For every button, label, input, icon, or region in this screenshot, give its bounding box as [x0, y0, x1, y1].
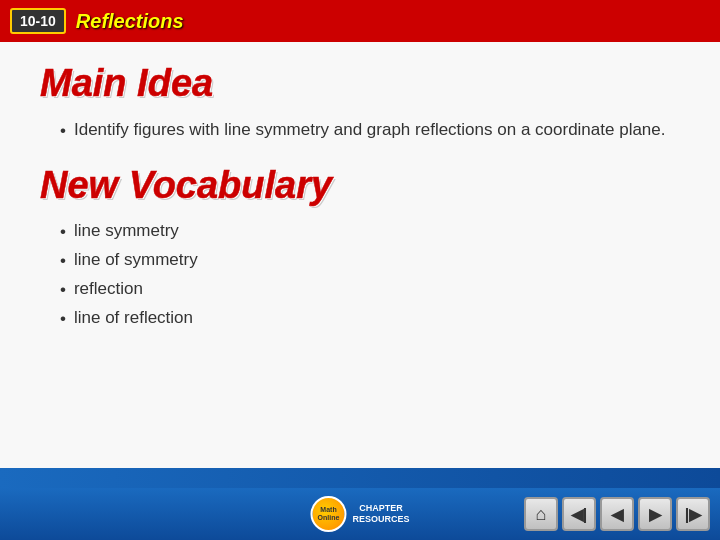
vocab-term-3: reflection [74, 279, 143, 299]
bottom-logo: MathOnline Chapter RESOURCES [310, 496, 409, 532]
vocab-item-2: • line of symmetry [60, 250, 680, 271]
vocab-item-3: • reflection [60, 279, 680, 300]
vocab-bullet-4: • [60, 309, 66, 329]
vocab-term-1: line symmetry [74, 221, 179, 241]
forward-end-icon: |▶ [685, 505, 701, 524]
bullet-dot: • [60, 118, 66, 144]
header-bar: 10-10 Reflections [0, 0, 720, 42]
main-idea-content: • Identify figures with line symmetry an… [60, 117, 680, 144]
main-idea-text: Identify figures with line symmetry and … [74, 117, 666, 143]
forward-end-button[interactable]: |▶ [676, 497, 710, 531]
main-idea-heading: Main Idea [40, 62, 680, 105]
back-start-icon: ◀| [571, 505, 587, 524]
vocab-term-2: line of symmetry [74, 250, 198, 270]
bottom-nav-bar: MathOnline Chapter RESOURCES ⌂ ◀| ◀ ▶ |▶ [0, 488, 720, 540]
home-button[interactable]: ⌂ [524, 497, 558, 531]
main-content: Main Idea • Identify figures with line s… [0, 42, 720, 488]
wave-decoration [0, 468, 720, 488]
vocab-item-1: • line symmetry [60, 221, 680, 242]
header-title: Reflections [76, 10, 184, 33]
resources-label: RESOURCES [352, 514, 409, 525]
vocab-bullet-1: • [60, 222, 66, 242]
vocab-bullet-2: • [60, 251, 66, 271]
vocab-item-4: • line of reflection [60, 308, 680, 329]
forward-button[interactable]: ▶ [638, 497, 672, 531]
main-idea-bullet-1: • Identify figures with line symmetry an… [60, 117, 680, 144]
lesson-badge: 10-10 [10, 8, 66, 34]
nav-buttons: ⌂ ◀| ◀ ▶ |▶ [524, 497, 710, 531]
vocabulary-list: • line symmetry • line of symmetry • ref… [60, 221, 680, 329]
new-vocabulary-heading: New Vocabulary [40, 164, 680, 207]
vocab-bullet-3: • [60, 280, 66, 300]
vocab-term-4: line of reflection [74, 308, 193, 328]
back-start-button[interactable]: ◀| [562, 497, 596, 531]
logo-text: MathOnline [318, 506, 340, 521]
forward-icon: ▶ [649, 505, 661, 524]
back-icon: ◀ [611, 505, 623, 524]
chapter-resources-label: Chapter RESOURCES [352, 503, 409, 525]
math-online-logo: MathOnline [310, 496, 346, 532]
chapter-label: Chapter [359, 503, 403, 514]
back-button[interactable]: ◀ [600, 497, 634, 531]
